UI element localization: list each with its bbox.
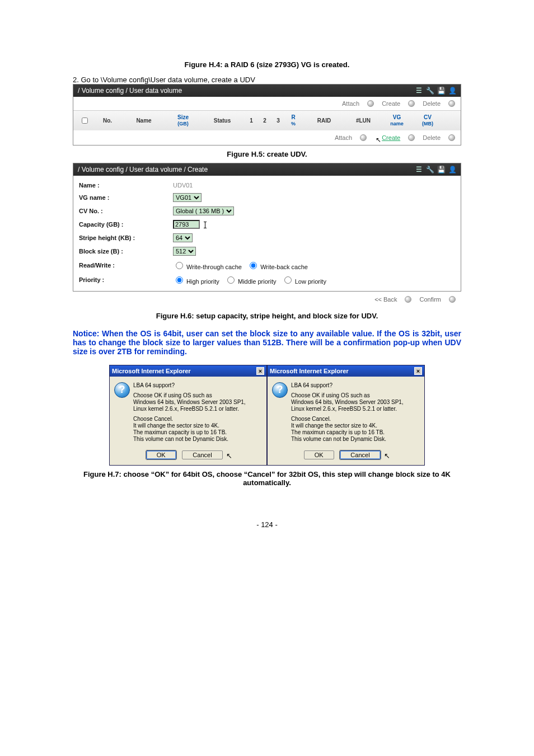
disk-icon[interactable]: 💾 xyxy=(437,87,445,95)
wrench-icon[interactable]: 🔧 xyxy=(426,87,434,95)
rw-label: Read/Write : xyxy=(74,259,167,272)
back-button[interactable]: << Back xyxy=(374,296,397,303)
dialog-left: Microsoft Internet Explorer × ? LBA 64 s… xyxy=(109,365,267,466)
col-vgname: VGname xyxy=(380,114,414,127)
dialog-right: Microsoft Internet Explorer × ? LBA 64 s… xyxy=(267,365,425,466)
person-icon[interactable]: 👤 xyxy=(448,87,456,95)
dialog-right-cancel-button[interactable]: Cancel xyxy=(340,450,380,459)
attach-dot-icon[interactable] xyxy=(367,100,374,107)
dialog-left-text: LBA 64 support? Choose OK if using OS su… xyxy=(133,382,246,446)
wrench-icon[interactable]: 🔧 xyxy=(426,166,434,173)
page-number: - 124 - xyxy=(73,520,461,529)
col-name: Name xyxy=(121,118,166,124)
col-lun: #LUN xyxy=(346,118,380,124)
attach-dot-icon-2[interactable] xyxy=(360,134,367,141)
notice-text: Notice: When the OS is 64bit, user can s… xyxy=(73,329,461,356)
confirm-button[interactable]: Confirm xyxy=(419,296,441,303)
stripe-label: Stripe height (KB) : xyxy=(74,232,167,244)
block-select[interactable]: 512 xyxy=(173,247,196,256)
back-dot-icon[interactable] xyxy=(405,296,411,303)
list-icon[interactable]: ☰ xyxy=(415,87,423,95)
create-button[interactable]: Create xyxy=(382,100,400,107)
breadcrumb-bar-1: / Volume config / User data volume ☰ 🔧 💾… xyxy=(73,84,461,97)
disk-icon[interactable]: 💾 xyxy=(437,166,445,173)
vgname-label: VG name : xyxy=(74,191,167,204)
cursor-icon: ↖ xyxy=(384,452,390,460)
figure-h5-caption: Figure H.5: create UDV. xyxy=(73,150,461,158)
breadcrumb-text-2: / Volume config / User data volume / Cre… xyxy=(78,166,208,173)
top-toolbar: Attach Create Delete xyxy=(73,97,461,111)
breadcrumb-icons: ☰ 🔧 💾 👤 xyxy=(415,87,456,95)
udv-create-panel: / Volume config / User data volume / Cre… xyxy=(73,163,461,292)
dialog-title: Microsoft Internet Explorer xyxy=(112,368,191,374)
dialog-row: Microsoft Internet Explorer × ? LBA 64 s… xyxy=(73,365,461,466)
dialog-left-titlebar: Microsoft Internet Explorer × xyxy=(110,365,266,377)
step-2-text: 2. Go to \Volume config\User data volume… xyxy=(73,76,461,84)
rw-wt-option[interactable]: Write-through cache xyxy=(173,264,242,270)
create-link[interactable]: Create xyxy=(382,134,400,141)
col-raid: RAID xyxy=(302,118,346,124)
vgname-select[interactable]: VG01 xyxy=(173,193,202,202)
stripe-select[interactable]: 64 xyxy=(173,233,193,242)
cvno-label: CV No. : xyxy=(74,205,167,217)
col-1: 1 xyxy=(245,118,258,124)
capacity-input[interactable] xyxy=(173,220,200,229)
block-label: Block size (B) : xyxy=(74,245,167,257)
figure-h6-caption: Figure H.6: setup capacity, stripe heigh… xyxy=(73,312,461,320)
priority-label: Priority : xyxy=(74,273,167,287)
create-dot-icon[interactable] xyxy=(408,100,415,107)
delete-dot-icon-2[interactable] xyxy=(448,134,455,141)
delete-dot-icon[interactable] xyxy=(448,100,455,107)
col-2: 2 xyxy=(258,118,271,124)
delete-button[interactable]: Delete xyxy=(423,100,441,107)
form-bottom-buttons: << Back Confirm xyxy=(73,292,461,307)
dialog-title: Microsoft Internet Explorer xyxy=(270,368,349,374)
dialog-left-cancel-button[interactable]: Cancel xyxy=(182,450,222,459)
dialog-left-ok-button[interactable]: OK xyxy=(146,450,176,459)
udv-table-header: No. Name Size(GB) Status 1 2 3 R% RAID #… xyxy=(73,111,461,130)
attach-button[interactable]: Attach xyxy=(342,100,359,107)
priority-high-option[interactable]: High priority xyxy=(173,278,219,285)
confirm-dot-icon[interactable] xyxy=(449,296,456,303)
cvno-select[interactable]: Global ( 136 MB ) xyxy=(173,206,234,215)
figure-h4-caption: Figure H.4: a RAID 6 (size 2793G) VG is … xyxy=(73,60,461,69)
text-cursor-icon xyxy=(205,222,205,228)
close-icon[interactable]: × xyxy=(414,367,422,375)
breadcrumb-text: / Volume config / User data volume xyxy=(78,87,182,95)
name-label: Name : xyxy=(74,180,167,190)
dialog-right-titlebar: Microsoft Internet Explorer × xyxy=(268,365,424,377)
col-rpct: R% xyxy=(285,114,302,127)
question-icon: ? xyxy=(114,382,130,398)
select-all-checkbox[interactable] xyxy=(82,118,88,124)
col-cv: CV(MB) xyxy=(414,114,442,127)
col-3: 3 xyxy=(271,118,285,124)
col-size: Size(GB) xyxy=(166,114,200,127)
col-status: Status xyxy=(200,118,245,124)
delete-button-2[interactable]: Delete xyxy=(423,134,441,141)
create-dot-icon-2[interactable] xyxy=(408,134,415,141)
col-no: No. xyxy=(93,118,121,124)
create-form: Name : UDV01 VG name : VG01 CV No. : Glo… xyxy=(73,179,332,288)
dialog-right-ok-button[interactable]: OK xyxy=(304,450,334,459)
figure-h7-caption: Figure H.7: choose “OK” for 64bit OS, ch… xyxy=(73,470,461,487)
name-value: UDV01 xyxy=(173,182,193,189)
bottom-toolbar: Attach ↖ Create Delete xyxy=(73,130,461,145)
attach-button-2[interactable]: Attach xyxy=(335,134,352,141)
breadcrumb-bar-2: / Volume config / User data volume / Cre… xyxy=(73,163,461,176)
rw-wb-option[interactable]: Write-back cache xyxy=(247,264,308,270)
cursor-icon: ↖ xyxy=(226,452,232,460)
breadcrumb-icons-2: ☰ 🔧 💾 👤 xyxy=(415,166,456,173)
cursor-icon: ↖ xyxy=(376,136,381,144)
priority-low-option[interactable]: Low priority xyxy=(282,278,326,285)
udv-list-panel: / Volume config / User data volume ☰ 🔧 💾… xyxy=(73,84,461,145)
priority-mid-option[interactable]: Middle priority xyxy=(224,278,277,285)
question-icon: ? xyxy=(272,382,288,398)
dialog-right-text: LBA 64 support? Choose OK if using OS su… xyxy=(291,382,404,446)
capacity-label: Capacity (GB) : xyxy=(74,218,167,231)
list-icon[interactable]: ☰ xyxy=(415,166,423,173)
close-icon[interactable]: × xyxy=(256,367,264,375)
person-icon[interactable]: 👤 xyxy=(448,166,456,173)
